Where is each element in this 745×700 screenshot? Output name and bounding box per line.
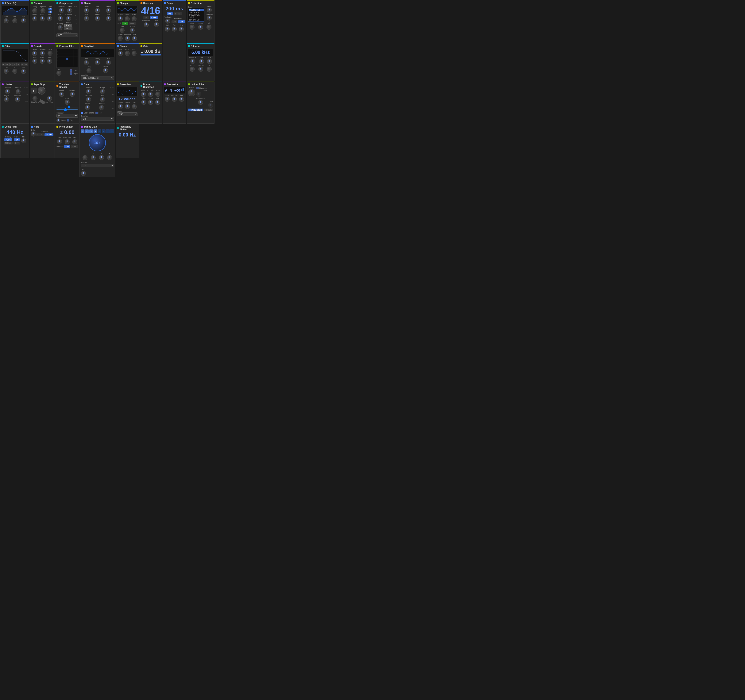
filter-n-btn[interactable]: N <box>13 63 16 66</box>
ladder-resonance-knob[interactable] <box>198 100 203 105</box>
flanger-mix-knob[interactable] <box>132 36 137 41</box>
dist-foldback[interactable]: FOLDBACK <box>188 14 204 16</box>
bitcrush-dither-knob[interactable] <box>207 59 212 64</box>
trance-gate-mix-knob[interactable] <box>81 171 86 176</box>
comb-stereo-on-btn[interactable]: ON <box>14 138 20 141</box>
ensemble-motion-select[interactable]: SINE <box>117 112 137 116</box>
formant-q-knob[interactable] <box>57 71 61 76</box>
gate-flip-check[interactable] <box>96 112 98 114</box>
filter-ap-btn[interactable]: AP <box>17 63 20 66</box>
filter-gain-knob[interactable] <box>21 69 26 74</box>
transient-sidechain-select[interactable]: OFF <box>57 114 78 118</box>
reverser-sync-btn[interactable]: SYNC <box>150 16 158 19</box>
tgate-step-8[interactable]: 8 <box>110 129 114 133</box>
delay-feedback-knob[interactable] <box>165 19 170 24</box>
filter-bp-btn[interactable]: BP <box>9 63 13 66</box>
dist-sine[interactable]: SINE <box>188 16 204 19</box>
comb-mix-knob[interactable] <box>21 138 26 144</box>
ring-mod-spread-knob[interactable] <box>103 68 108 73</box>
compressor-sidechain-select[interactable]: OFF <box>57 33 78 37</box>
distortion-bias-knob[interactable] <box>190 25 194 30</box>
resonator-mix-knob[interactable] <box>179 97 184 102</box>
phase-dist-normalize-knob[interactable] <box>148 92 153 97</box>
distortion-spread-knob[interactable] <box>198 25 203 30</box>
flanger-offset-knob[interactable] <box>120 28 124 33</box>
gate-threshold-knob[interactable] <box>86 89 91 94</box>
chorus-mix-knob[interactable] <box>47 16 52 21</box>
distortion-dynamics-knob[interactable] <box>207 16 212 21</box>
ring-mod-bias-knob[interactable] <box>84 60 89 65</box>
tgate-step-4[interactable]: 4 <box>93 129 97 133</box>
flanger-delay-knob[interactable] <box>118 16 123 21</box>
flanger-depth-knob[interactable] <box>125 16 130 21</box>
filter-hp-btn[interactable]: HP <box>6 63 9 66</box>
delay-pp-off[interactable]: OFF <box>178 20 185 23</box>
flanger-feedback-knob[interactable] <box>125 36 130 41</box>
haas-left-btn[interactable]: LEFT <box>36 133 44 136</box>
tgate-step-6[interactable]: 6 <box>102 129 106 133</box>
transient-slider-2[interactable] <box>57 109 78 110</box>
dist-overdrive[interactable]: OVERDRIVE <box>188 9 204 11</box>
chorus-spread-knob[interactable] <box>40 8 45 13</box>
dist-hardclip[interactable]: HARD CLIP <box>188 19 204 21</box>
chorus-rate-knob[interactable] <box>40 16 45 21</box>
compressor-ratio-knob[interactable] <box>67 8 72 13</box>
phase-dist-drive-knob[interactable] <box>141 92 146 97</box>
tgate-step-1[interactable]: 1 <box>81 129 85 133</box>
phase-dist-bias-knob[interactable] <box>141 100 146 105</box>
eq-mid-knob[interactable] <box>12 18 17 23</box>
filter-q-knob[interactable] <box>12 69 17 74</box>
transient-sustain-knob[interactable] <box>70 92 75 97</box>
tape-stop-stoptime-knob[interactable] <box>33 96 37 101</box>
distortion-drive-knob[interactable] <box>207 7 212 12</box>
ring-mod-rectify-knob[interactable] <box>95 60 100 65</box>
tgate-s-knob[interactable] <box>99 155 104 160</box>
transient-speed-knob[interactable] <box>57 118 60 122</box>
gate-sidechain-select[interactable]: OFF <box>81 117 114 121</box>
reverb-dampen-knob[interactable] <box>40 51 45 56</box>
delay-ms-btn[interactable]: MS <box>167 12 173 15</box>
phaser-mix-knob[interactable] <box>106 16 111 21</box>
delay-pp-on[interactable]: ON <box>172 20 177 23</box>
ensemble-mix-knob[interactable] <box>132 104 137 109</box>
stereo-width-knob[interactable] <box>125 51 130 56</box>
dist-saturate[interactable]: SATURATE <box>188 11 204 14</box>
transient-clip-check[interactable] <box>67 119 69 121</box>
tgate-r-knob[interactable] <box>107 155 112 160</box>
phaser-order-knob[interactable] <box>84 16 89 21</box>
chorus-delay-knob[interactable] <box>32 8 37 13</box>
compressor-attack-knob[interactable] <box>58 16 63 21</box>
limiter-release-knob[interactable] <box>16 89 21 94</box>
ladder-bias-knob[interactable] <box>208 103 213 108</box>
compressor-makeup-knob[interactable] <box>58 25 63 30</box>
transient-slider-1[interactable] <box>57 107 78 108</box>
eq-low-knob[interactable] <box>4 18 9 23</box>
ensemble-detune-knob[interactable] <box>118 104 123 109</box>
filter-lp-btn[interactable]: LP <box>2 63 5 66</box>
phaser-depth-knob[interactable] <box>106 8 111 13</box>
comb-minus-btn[interactable]: MINUS <box>4 142 13 145</box>
formant-display[interactable]: y i u o a <box>57 49 78 68</box>
gate-release-knob[interactable] <box>99 105 104 110</box>
tgate-step-5[interactable]: 5 <box>97 129 101 133</box>
delay-mix-knob[interactable] <box>179 27 184 31</box>
compressor-threshold-knob[interactable] <box>59 8 64 13</box>
flanger-rate-knob[interactable] <box>132 16 136 21</box>
delay-sync-btn[interactable]: SYNC <box>174 12 182 15</box>
bitcrush-dacq-knob[interactable] <box>198 67 203 72</box>
bitcrush-mix-knob[interactable] <box>207 67 212 72</box>
ladder-drive-knob[interactable] <box>196 92 201 97</box>
flanger-motion-knob[interactable] <box>130 28 135 33</box>
phaser-rate-knob[interactable] <box>95 8 100 13</box>
flanger-scroll-on[interactable]: ON <box>122 22 128 25</box>
bitcrush-quantize-knob[interactable] <box>190 59 195 64</box>
reverser-ms-btn[interactable]: MS <box>143 16 149 19</box>
gate-range-knob[interactable] <box>100 89 105 94</box>
limiter-threshold-knob[interactable] <box>5 89 10 94</box>
flanger-scroll-off[interactable]: OFF <box>129 22 136 25</box>
pitch-correlate-on[interactable]: ON <box>64 145 70 148</box>
pitch-grainsize-knob[interactable] <box>65 139 70 144</box>
filter-hs-btn[interactable]: HS <box>24 63 28 66</box>
compressor-release-knob[interactable] <box>66 16 71 21</box>
filter-cutoff-knob[interactable] <box>4 69 9 74</box>
